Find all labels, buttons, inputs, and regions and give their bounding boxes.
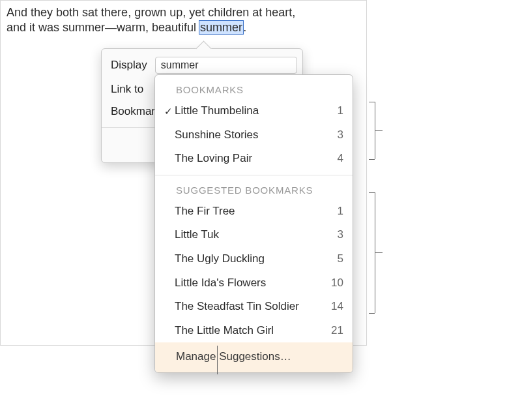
suggested-section-header: SUGGESTED BOOKMARKS xyxy=(155,175,353,200)
bookmark-item[interactable]: Sunshine Stories 3 xyxy=(155,123,353,147)
callout-bracket-bookmarks-top xyxy=(369,102,375,102)
doc-text-line1: And they both sat there, grown up, yet c… xyxy=(7,6,295,19)
bookmark-item[interactable]: ✓ Little Thumbelina 1 xyxy=(155,99,353,123)
display-row: Display xyxy=(111,57,293,74)
callout-bracket-suggested-bot xyxy=(369,313,375,314)
suggested-bookmark-item[interactable]: The Ugly Duckling 5 xyxy=(155,247,353,271)
doc-text-line2-post: . xyxy=(243,21,246,34)
suggested-item-label: The Ugly Duckling xyxy=(175,249,324,269)
suggested-item-label: The Little Match Girl xyxy=(175,321,324,341)
display-label: Display xyxy=(111,59,147,72)
callout-leader-manage xyxy=(217,346,218,374)
bookmark-item-page: 3 xyxy=(324,125,343,145)
callout-bracket-suggested-lead xyxy=(375,252,383,253)
bookmark-dropdown: BOOKMARKS ✓ Little Thumbelina 1 Sunshine… xyxy=(154,74,353,373)
suggested-item-page: 5 xyxy=(324,249,343,269)
document-paragraph: And they both sat there, grown up, yet c… xyxy=(7,5,358,36)
callout-bracket-bookmarks-lead xyxy=(375,130,383,131)
check-icon: ✓ xyxy=(162,102,175,120)
display-input[interactable] xyxy=(155,57,297,74)
suggested-item-label: Little Tuk xyxy=(175,225,324,245)
suggested-bookmark-item[interactable]: The Steadfast Tin Soldier 14 xyxy=(155,295,353,319)
suggested-item-page: 14 xyxy=(324,297,343,317)
bookmarks-section-header: BOOKMARKS xyxy=(155,75,353,99)
suggested-item-page: 3 xyxy=(324,225,343,245)
bookmark-item-page: 4 xyxy=(324,149,343,169)
suggested-item-label: Little Ida's Flowers xyxy=(175,273,324,293)
doc-text-line2-pre: and it was summer—warm, beautiful xyxy=(7,21,199,34)
suggested-bookmark-item[interactable]: Little Tuk 3 xyxy=(155,223,353,247)
bookmark-item-page: 1 xyxy=(324,101,343,121)
callout-bracket-bookmarks-bot xyxy=(369,159,375,160)
bookmark-item-label: Little Thumbelina xyxy=(175,101,324,121)
link-highlight-word[interactable]: summer xyxy=(199,21,243,34)
suggested-item-page: 1 xyxy=(324,202,343,222)
suggested-item-page: 21 xyxy=(324,321,343,341)
suggested-item-label: The Fir Tree xyxy=(175,202,324,222)
bookmark-item-label: Sunshine Stories xyxy=(175,125,324,145)
suggested-bookmark-item[interactable]: Little Ida's Flowers 10 xyxy=(155,271,353,295)
suggested-bookmark-item[interactable]: The Little Match Girl 21 xyxy=(155,319,353,343)
bookmark-item-label: The Loving Pair xyxy=(175,149,324,169)
suggested-item-page: 10 xyxy=(324,273,343,293)
manage-suggestions-button[interactable]: Manage Suggestions… xyxy=(155,342,353,372)
suggested-item-label: The Steadfast Tin Soldier xyxy=(175,297,324,317)
suggested-bookmark-item[interactable]: The Fir Tree 1 xyxy=(155,200,353,224)
bookmark-item[interactable]: The Loving Pair 4 xyxy=(155,147,353,171)
callout-bracket-suggested-top xyxy=(369,192,375,193)
